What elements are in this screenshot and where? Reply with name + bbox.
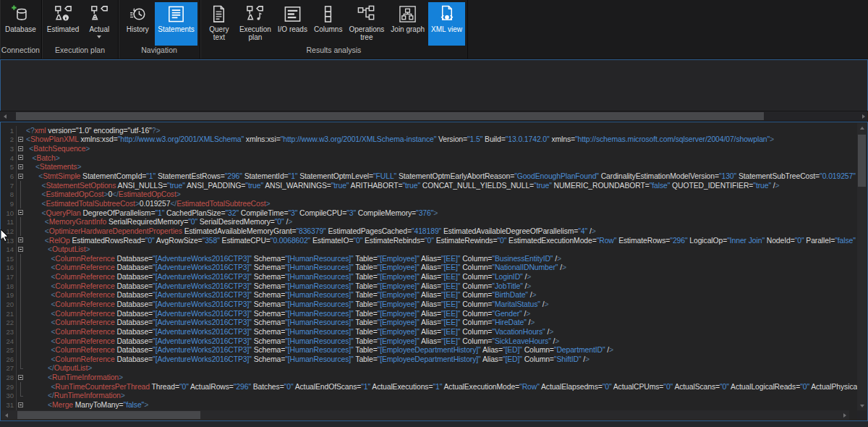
chevron-down-icon[interactable]	[97, 35, 101, 38]
xml-code-line: 5<Statements>	[1, 163, 857, 172]
scrollbar-thumb[interactable]	[858, 135, 866, 187]
button-label: Columns	[314, 25, 342, 33]
line-number: 15	[1, 254, 17, 263]
scroll-up-icon[interactable]	[857, 123, 867, 132]
scrollbar-thumb[interactable]	[16, 112, 764, 120]
xml-code-line: 12<OptimizerHardwareDependentProperties …	[1, 227, 857, 236]
scroll-down-icon[interactable]	[857, 401, 867, 410]
button-label: Query text	[209, 25, 229, 41]
fold-collapse-icon[interactable]	[17, 373, 25, 382]
line-number: 6	[1, 172, 17, 181]
xml-line-content: <BatchSequence>	[25, 145, 90, 153]
ribbon-group-execution-plan: EstimatedActualExecution plan	[42, 0, 119, 59]
ribbon-group-connection: DatabaseConnection	[0, 0, 42, 59]
database-button[interactable]: Database	[2, 2, 39, 46]
line-number: 23	[1, 327, 17, 337]
xml-code-line: 14<OutputList>	[1, 245, 857, 254]
xml-code-line: 20<ColumnReference Database="[AdventureW…	[1, 300, 857, 309]
xml-line-content: <ColumnReference Database="[AdventureWor…	[25, 355, 590, 363]
xml-line-content: <StmtSimple StatementCompId="1" Statemen…	[25, 172, 857, 180]
actual-button[interactable]: Actual	[82, 2, 116, 46]
statements-icon	[166, 4, 186, 24]
fold-guide	[17, 217, 25, 227]
xml-code-line: 6<StmtSimple StatementCompId="1" Stateme…	[1, 172, 857, 181]
scroll-left-icon[interactable]	[1, 410, 11, 420]
query-text-button[interactable]: Query text	[203, 2, 236, 46]
fold-guide	[17, 254, 25, 263]
fold-collapse-icon[interactable]	[17, 245, 25, 254]
xml-view-icon	[437, 4, 456, 24]
xml-line-content: <StatementSetOptions ANSI_NULLS="true" A…	[25, 182, 780, 190]
xml-line-content: <ColumnReference Database="[AdventureWor…	[25, 346, 613, 354]
estimated-button[interactable]: Estimated	[44, 2, 82, 46]
fold-collapse-icon[interactable]	[17, 172, 25, 181]
ribbon-group-label: Connection	[1, 46, 41, 59]
scrollbar-thumb[interactable]	[17, 411, 200, 419]
history-button[interactable]: History	[121, 2, 154, 46]
fold-guide	[17, 337, 25, 346]
ribbon-group-navigation: HistoryStatementsNavigation	[119, 0, 200, 59]
xml-line-content: <Batch>	[25, 154, 60, 162]
xml-line-content: <EstimatedTotalSubtreeCost>0.019257</Est…	[25, 200, 271, 208]
line-number: 28	[1, 373, 17, 382]
fold-collapse-icon[interactable]	[17, 236, 25, 245]
ribbon-group-label: Results analysis	[201, 46, 467, 59]
statements-button[interactable]: Statements	[155, 2, 197, 46]
fold-guide	[17, 263, 25, 273]
scroll-left-icon[interactable]	[0, 111, 9, 121]
columns-button[interactable]: Columns	[311, 2, 345, 46]
editor-horizontal-scrollbar[interactable]	[1, 410, 849, 420]
xml-line-content: <ColumnReference Database="[AdventureWor…	[25, 328, 553, 336]
scroll-right-icon[interactable]	[859, 111, 868, 121]
xml-line-content: <ColumnReference Database="[AdventureWor…	[25, 282, 531, 290]
button-label: Database	[5, 25, 36, 33]
scrollbar-corner	[857, 410, 867, 420]
operations-tree-icon	[357, 4, 376, 24]
fold-collapse-icon[interactable]	[17, 208, 25, 218]
xml-line-content: <ShowPlanXML xmlns:xsd="http://www.w3.or…	[25, 135, 774, 143]
fold-guide	[17, 327, 25, 337]
fold-guide	[17, 300, 25, 309]
line-number: 11	[1, 217, 17, 227]
xml-code-line: 22<ColumnReference Database="[AdventureW…	[1, 318, 857, 327]
operations-tree-button[interactable]: Operations tree	[346, 2, 387, 46]
xml-line-content: <QueryPlan DegreeOfParallelism="1" Cache…	[25, 209, 438, 217]
fold-collapse-icon[interactable]	[17, 153, 25, 163]
scroll-right-icon[interactable]	[840, 410, 849, 420]
line-number: 30	[1, 392, 17, 401]
fold-collapse-icon[interactable]	[17, 144, 25, 153]
line-number: 14	[1, 245, 17, 254]
statements-results-panel[interactable]	[0, 59, 868, 111]
ribbon-group-label: Navigation	[119, 46, 199, 59]
fold-guide	[17, 181, 25, 190]
xml-code-line: 31<Merge ManyToMany="false">	[1, 400, 857, 410]
xml-line-content: <ColumnReference Database="[AdventureWor…	[25, 300, 548, 308]
fold-collapse-icon[interactable]	[17, 163, 25, 172]
xml-code-area[interactable]: 1<?xml version="1.0" encoding="utf-16"?>…	[1, 123, 857, 412]
editor-vertical-scrollbar[interactable]	[857, 123, 867, 410]
xml-line-content: <ColumnReference Database="[AdventureWor…	[25, 310, 530, 318]
line-number: 21	[1, 309, 17, 318]
xml-view-button[interactable]: XML view	[428, 2, 465, 46]
io-reads-icon	[283, 4, 302, 24]
fold-guide	[17, 309, 25, 318]
statements-horizontal-scrollbar[interactable]	[0, 111, 868, 121]
xml-code-line: 3<BatchSequence>	[1, 144, 857, 153]
xml-code-line: 9<EstimatedTotalSubtreeCost>0.019257</Es…	[1, 199, 857, 208]
fold-guide	[17, 364, 25, 373]
i-o-reads-button[interactable]: I/O reads	[275, 2, 310, 46]
xml-line-content: <OptimizerHardwareDependentProperties Es…	[25, 227, 596, 235]
fold-collapse-icon[interactable]	[17, 135, 25, 145]
button-label: Statements	[158, 25, 195, 33]
xml-code-line: 26<ColumnReference Database="[AdventureW…	[1, 355, 857, 364]
ribbon-group-label: Execution plan	[43, 46, 117, 59]
line-number: 9	[1, 199, 17, 208]
execution-plan-button[interactable]: Execution plan	[237, 2, 274, 46]
xml-view-editor[interactable]: 1<?xml version="1.0" encoding="utf-16"?>…	[0, 122, 868, 421]
query-text-icon	[209, 4, 229, 24]
line-number: 4	[1, 153, 17, 163]
fold-collapse-icon[interactable]	[17, 400, 25, 410]
line-number: 25	[1, 345, 17, 355]
xml-code-line: 16<ColumnReference Database="[AdventureW…	[1, 263, 857, 273]
join-graph-button[interactable]: Join graph	[388, 2, 427, 46]
